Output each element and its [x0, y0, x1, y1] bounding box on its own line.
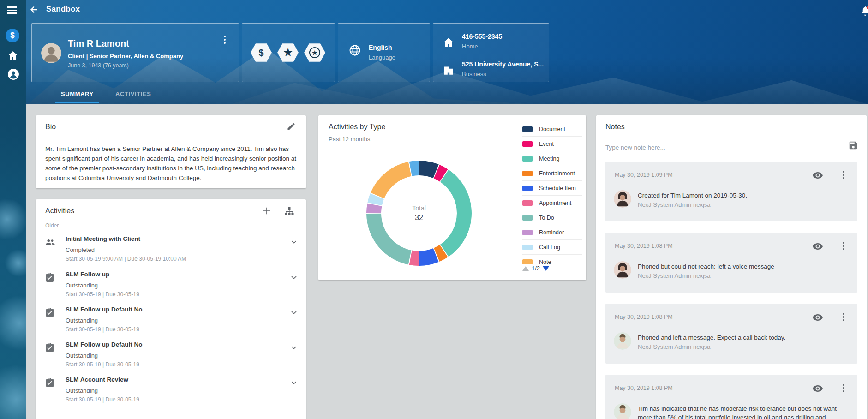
- chevron-down-icon[interactable]: [289, 343, 299, 354]
- donut-chart[interactable]: [364, 158, 474, 269]
- contact-card[interactable]: 416-555-2345 Home 525 University Avenue,…: [433, 23, 549, 82]
- sidebar-item-finance[interactable]: $: [6, 29, 19, 42]
- bio-card: Bio Mr. Tim Lamont has been a Senior Par…: [36, 115, 306, 188]
- activity-title: Initial Meeting with Client: [66, 235, 140, 242]
- legend-swatch: [522, 141, 533, 147]
- profile-avatar: [41, 43, 61, 63]
- note-item[interactable]: May 30, 2019 1:09 PM Created for Tim Lam…: [605, 162, 857, 221]
- activity-row[interactable]: SLM Follow up Default No Outstanding Sta…: [36, 302, 306, 337]
- chevron-down-icon[interactable]: [289, 237, 299, 248]
- activity-dates: Start 30-05-19 | Due 30-05-19: [66, 396, 139, 403]
- back-arrow-icon[interactable]: [29, 4, 41, 16]
- notes-title: Notes: [605, 123, 625, 131]
- tab-activities[interactable]: ACTIVITIES: [115, 90, 151, 97]
- note-timestamp: May 30, 2019 1:08 PM: [615, 314, 673, 320]
- people-icon: [44, 236, 56, 250]
- legend-item[interactable]: Document: [522, 122, 582, 137]
- task-icon: [44, 272, 55, 285]
- avatar: [614, 332, 631, 350]
- home-icon[interactable]: [7, 50, 18, 63]
- client-birthdate: June 3, 1943 (76 years): [68, 62, 129, 69]
- note-menu-icon[interactable]: [843, 313, 844, 321]
- chevron-down-icon[interactable]: [289, 378, 299, 389]
- task-icon: [44, 307, 55, 320]
- home-phone-icon: [443, 36, 455, 50]
- eye-icon[interactable]: [812, 312, 823, 325]
- avatar: [614, 403, 631, 419]
- legend-item[interactable]: Entertainment: [522, 166, 582, 181]
- note-menu-icon[interactable]: [843, 242, 844, 250]
- note-menu-icon[interactable]: [843, 171, 844, 179]
- legend-swatch: [522, 259, 533, 264]
- add-activity-icon[interactable]: [262, 206, 272, 218]
- star-badge-icon[interactable]: ★: [277, 43, 299, 62]
- sidebar: $: [0, 0, 26, 419]
- activity-status: Completed: [66, 246, 95, 253]
- phone-number: 416-555-2345: [462, 33, 502, 40]
- new-note-input[interactable]: [605, 142, 836, 155]
- active-tab-indicator: [55, 102, 99, 103]
- donut-segment[interactable]: [366, 214, 411, 265]
- donut-segment[interactable]: [440, 170, 472, 257]
- chart-title: Activities by Type: [329, 123, 385, 131]
- menu-icon[interactable]: [7, 6, 17, 14]
- dollar-badge-icon[interactable]: $: [251, 43, 272, 62]
- hierarchy-icon[interactable]: [284, 206, 295, 219]
- eye-icon[interactable]: [812, 241, 823, 254]
- activity-dates: Start 30-05-19 | Due 30-05-19: [66, 361, 139, 368]
- legend-page-up-icon[interactable]: [522, 266, 529, 271]
- note-text: Tim has indicated that he has moderate r…: [638, 404, 845, 419]
- bio-text: Mr. Tim Lamont has been a Senior Partner…: [45, 144, 298, 183]
- avatar: [614, 261, 631, 279]
- language-card[interactable]: English Language: [338, 23, 430, 82]
- legend-item[interactable]: Reminder: [522, 225, 582, 240]
- activity-dates: Start 30-05-19 9:00 AM | Due 30-05-19 10…: [66, 256, 186, 262]
- legend-swatch: [522, 156, 533, 162]
- activity-row[interactable]: SLM Follow up Outstanding Start 30-05-19…: [36, 267, 306, 302]
- person-icon[interactable]: [7, 68, 19, 82]
- legend-swatch: [522, 230, 533, 235]
- phone-label: Home: [462, 43, 502, 50]
- note-text: Created for Tim Lamont on 2019-05-30.: [638, 191, 845, 200]
- circled-star-badge-icon[interactable]: ★: [304, 43, 325, 62]
- note-item[interactable]: May 30, 2019 1:08 PM Tim has indicated t…: [605, 375, 857, 419]
- legend-item[interactable]: Note: [522, 255, 582, 264]
- legend-item[interactable]: Meeting: [522, 151, 582, 166]
- bio-title: Bio: [45, 123, 56, 131]
- chevron-down-icon[interactable]: [289, 308, 299, 319]
- tab-summary[interactable]: SUMMARY: [61, 90, 94, 97]
- language-value: English: [369, 44, 395, 51]
- legend-item[interactable]: Event: [522, 137, 582, 151]
- activity-title: SLM Follow up Default No: [66, 341, 142, 348]
- legend-item[interactable]: Schedule Item: [522, 181, 582, 196]
- note-item[interactable]: May 30, 2019 1:08 PM Phoned but could no…: [605, 233, 857, 293]
- activities-by-type-card: Activities by Type Past 12 months Total …: [318, 115, 586, 280]
- donut-segment[interactable]: [371, 162, 411, 198]
- client-name: Tim R Lamont: [68, 38, 129, 49]
- eye-icon[interactable]: [812, 170, 823, 183]
- edit-pencil-icon[interactable]: [287, 122, 296, 133]
- save-icon[interactable]: [848, 140, 858, 152]
- notifications-bell-icon[interactable]: [860, 6, 868, 17]
- note-menu-icon[interactable]: [843, 384, 844, 392]
- activity-status: Outstanding: [66, 352, 98, 359]
- badges-card: $ ★ ★: [242, 23, 335, 82]
- note-text: Phoned but could not reach; left a voice…: [638, 262, 845, 271]
- legend-item[interactable]: To Do: [522, 210, 582, 225]
- activity-status: Outstanding: [66, 282, 98, 289]
- activity-row[interactable]: SLM Follow up Default No Outstanding Sta…: [36, 337, 306, 372]
- client-role: Client | Senior Partner, Allen & Company: [68, 53, 183, 60]
- legend-page-down-icon[interactable]: [543, 266, 549, 271]
- activity-row[interactable]: Initial Meeting with Client Completed St…: [36, 232, 306, 267]
- profile-menu-icon[interactable]: [224, 36, 226, 44]
- activity-dates: Start 30-05-19 | Due 30-05-19: [66, 326, 139, 333]
- legend-item[interactable]: Appointment: [522, 196, 582, 210]
- note-item[interactable]: May 30, 2019 1:08 PM Phoned and left a m…: [605, 304, 857, 364]
- legend-item[interactable]: Call Log: [522, 240, 582, 255]
- activity-row[interactable]: SLM Account Review Outstanding Start 30-…: [36, 372, 306, 407]
- eye-icon[interactable]: [812, 383, 823, 396]
- address-label: Business: [462, 71, 544, 78]
- address-value: 525 University Avenue, S...: [462, 60, 544, 68]
- profile-card[interactable]: Tim R Lamont Client | Senior Partner, Al…: [31, 23, 239, 82]
- chevron-down-icon[interactable]: [289, 273, 299, 284]
